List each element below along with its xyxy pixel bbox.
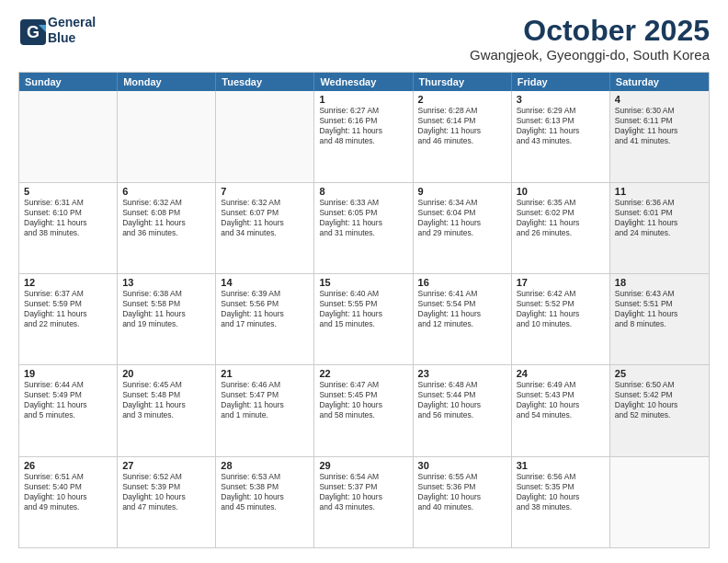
day-number: 17 xyxy=(517,277,605,288)
day-info: Sunrise: 6:33 AM Sunset: 6:05 PM Dayligh… xyxy=(319,198,407,238)
day-info: Sunrise: 6:48 AM Sunset: 5:44 PM Dayligh… xyxy=(418,380,506,420)
day-info: Sunrise: 6:53 AM Sunset: 5:38 PM Dayligh… xyxy=(221,472,309,512)
day-info: Sunrise: 6:36 AM Sunset: 6:01 PM Dayligh… xyxy=(615,198,704,238)
title-block: October 2025 Gwangjeok, Gyeonggi-do, Sou… xyxy=(470,15,710,63)
week-row-3: 12Sunrise: 6:37 AM Sunset: 5:59 PM Dayli… xyxy=(19,273,709,364)
day-header-thursday: Thursday xyxy=(414,73,512,91)
day-number: 29 xyxy=(319,460,407,471)
day-number: 14 xyxy=(221,277,309,288)
day-cell: 5Sunrise: 6:31 AM Sunset: 6:10 PM Daylig… xyxy=(19,183,118,273)
day-number: 26 xyxy=(24,460,112,471)
day-number: 8 xyxy=(319,186,407,197)
day-info: Sunrise: 6:35 AM Sunset: 6:02 PM Dayligh… xyxy=(517,198,605,238)
day-cell: 21Sunrise: 6:46 AM Sunset: 5:47 PM Dayli… xyxy=(216,365,314,455)
day-number: 6 xyxy=(122,186,210,197)
day-cell: 23Sunrise: 6:48 AM Sunset: 5:44 PM Dayli… xyxy=(414,365,512,455)
week-row-5: 26Sunrise: 6:51 AM Sunset: 5:40 PM Dayli… xyxy=(19,456,709,547)
day-cell: 8Sunrise: 6:33 AM Sunset: 6:05 PM Daylig… xyxy=(314,183,413,273)
day-info: Sunrise: 6:40 AM Sunset: 5:55 PM Dayligh… xyxy=(319,289,407,329)
day-cell: 9Sunrise: 6:34 AM Sunset: 6:04 PM Daylig… xyxy=(414,183,512,273)
day-info: Sunrise: 6:34 AM Sunset: 6:04 PM Dayligh… xyxy=(418,198,506,238)
day-cell: 13Sunrise: 6:38 AM Sunset: 5:58 PM Dayli… xyxy=(118,274,216,364)
day-info: Sunrise: 6:30 AM Sunset: 6:11 PM Dayligh… xyxy=(615,106,704,146)
week-row-4: 19Sunrise: 6:44 AM Sunset: 5:49 PM Dayli… xyxy=(19,364,709,455)
day-cell xyxy=(610,457,709,547)
day-number: 16 xyxy=(418,277,506,288)
day-number: 10 xyxy=(517,186,605,197)
day-number: 13 xyxy=(122,277,210,288)
day-cell: 17Sunrise: 6:42 AM Sunset: 5:52 PM Dayli… xyxy=(512,274,610,364)
day-number: 11 xyxy=(615,186,704,197)
day-info: Sunrise: 6:37 AM Sunset: 5:59 PM Dayligh… xyxy=(24,289,112,329)
calendar: SundayMondayTuesdayWednesdayThursdayFrid… xyxy=(18,72,710,548)
page: G General Blue October 2025 Gwangjeok, G… xyxy=(0,0,728,563)
day-number: 4 xyxy=(615,94,704,105)
week-row-1: 1Sunrise: 6:27 AM Sunset: 6:16 PM Daylig… xyxy=(19,91,709,181)
day-number: 20 xyxy=(122,368,210,379)
day-number: 1 xyxy=(319,94,407,105)
day-number: 2 xyxy=(418,94,506,105)
day-number: 19 xyxy=(24,368,112,379)
month-title: October 2025 xyxy=(470,15,710,47)
logo-text: General Blue xyxy=(48,15,96,46)
day-header-saturday: Saturday xyxy=(610,73,709,91)
day-header-sunday: Sunday xyxy=(19,73,118,91)
day-cell xyxy=(118,91,216,181)
day-header-wednesday: Wednesday xyxy=(314,73,413,91)
day-info: Sunrise: 6:45 AM Sunset: 5:48 PM Dayligh… xyxy=(122,380,210,420)
day-cell: 30Sunrise: 6:55 AM Sunset: 5:36 PM Dayli… xyxy=(414,457,512,547)
day-number: 24 xyxy=(517,368,605,379)
day-number: 21 xyxy=(221,368,309,379)
day-info: Sunrise: 6:54 AM Sunset: 5:37 PM Dayligh… xyxy=(319,472,407,512)
day-number: 23 xyxy=(418,368,506,379)
day-cell: 20Sunrise: 6:45 AM Sunset: 5:48 PM Dayli… xyxy=(118,365,216,455)
day-cell: 29Sunrise: 6:54 AM Sunset: 5:37 PM Dayli… xyxy=(314,457,413,547)
logo: G General Blue xyxy=(18,15,96,46)
day-info: Sunrise: 6:42 AM Sunset: 5:52 PM Dayligh… xyxy=(517,289,605,329)
day-info: Sunrise: 6:46 AM Sunset: 5:47 PM Dayligh… xyxy=(221,380,309,420)
day-cell: 6Sunrise: 6:32 AM Sunset: 6:08 PM Daylig… xyxy=(118,183,216,273)
day-cell: 27Sunrise: 6:52 AM Sunset: 5:39 PM Dayli… xyxy=(118,457,216,547)
day-number: 18 xyxy=(615,277,704,288)
week-row-2: 5Sunrise: 6:31 AM Sunset: 6:10 PM Daylig… xyxy=(19,182,709,273)
day-cell: 12Sunrise: 6:37 AM Sunset: 5:59 PM Dayli… xyxy=(19,274,118,364)
day-cell: 16Sunrise: 6:41 AM Sunset: 5:54 PM Dayli… xyxy=(414,274,512,364)
day-number: 5 xyxy=(24,186,112,197)
day-info: Sunrise: 6:32 AM Sunset: 6:08 PM Dayligh… xyxy=(122,198,210,238)
day-info: Sunrise: 6:27 AM Sunset: 6:16 PM Dayligh… xyxy=(319,106,407,146)
day-header-friday: Friday xyxy=(512,73,610,91)
subtitle: Gwangjeok, Gyeonggi-do, South Korea xyxy=(470,47,710,63)
day-number: 3 xyxy=(517,94,605,105)
day-info: Sunrise: 6:43 AM Sunset: 5:51 PM Dayligh… xyxy=(615,289,704,329)
day-info: Sunrise: 6:41 AM Sunset: 5:54 PM Dayligh… xyxy=(418,289,506,329)
logo-line2: Blue xyxy=(48,30,96,46)
day-cell: 3Sunrise: 6:29 AM Sunset: 6:13 PM Daylig… xyxy=(512,91,610,181)
day-info: Sunrise: 6:32 AM Sunset: 6:07 PM Dayligh… xyxy=(221,198,309,238)
day-cell: 19Sunrise: 6:44 AM Sunset: 5:49 PM Dayli… xyxy=(19,365,118,455)
day-number: 31 xyxy=(517,460,605,471)
day-number: 27 xyxy=(122,460,210,471)
day-number: 28 xyxy=(221,460,309,471)
day-cell: 4Sunrise: 6:30 AM Sunset: 6:11 PM Daylig… xyxy=(610,91,709,181)
day-cell: 15Sunrise: 6:40 AM Sunset: 5:55 PM Dayli… xyxy=(314,274,413,364)
day-info: Sunrise: 6:56 AM Sunset: 5:35 PM Dayligh… xyxy=(517,472,605,512)
day-number: 30 xyxy=(418,460,506,471)
day-cell: 11Sunrise: 6:36 AM Sunset: 6:01 PM Dayli… xyxy=(610,183,709,273)
day-info: Sunrise: 6:39 AM Sunset: 5:56 PM Dayligh… xyxy=(221,289,309,329)
day-cell xyxy=(19,91,118,181)
day-cell: 14Sunrise: 6:39 AM Sunset: 5:56 PM Dayli… xyxy=(216,274,314,364)
day-cell: 18Sunrise: 6:43 AM Sunset: 5:51 PM Dayli… xyxy=(610,274,709,364)
day-cell: 24Sunrise: 6:49 AM Sunset: 5:43 PM Dayli… xyxy=(512,365,610,455)
day-cell: 22Sunrise: 6:47 AM Sunset: 5:45 PM Dayli… xyxy=(314,365,413,455)
day-info: Sunrise: 6:28 AM Sunset: 6:14 PM Dayligh… xyxy=(418,106,506,146)
day-headers: SundayMondayTuesdayWednesdayThursdayFrid… xyxy=(19,73,709,91)
day-info: Sunrise: 6:38 AM Sunset: 5:58 PM Dayligh… xyxy=(122,289,210,329)
logo-line1: General xyxy=(48,15,96,30)
day-info: Sunrise: 6:44 AM Sunset: 5:49 PM Dayligh… xyxy=(24,380,112,420)
day-number: 15 xyxy=(319,277,407,288)
day-number: 25 xyxy=(615,368,704,379)
day-info: Sunrise: 6:55 AM Sunset: 5:36 PM Dayligh… xyxy=(418,472,506,512)
day-cell xyxy=(216,91,314,181)
day-info: Sunrise: 6:31 AM Sunset: 6:10 PM Dayligh… xyxy=(24,198,112,238)
day-header-monday: Monday xyxy=(118,73,216,91)
